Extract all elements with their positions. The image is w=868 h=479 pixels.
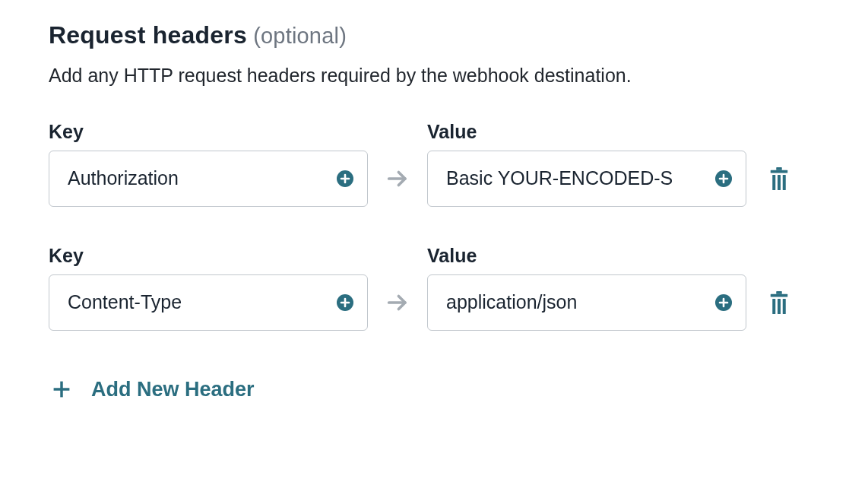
trash-icon	[768, 166, 790, 192]
section-title-text: Request headers	[49, 21, 247, 49]
svg-rect-22	[778, 299, 781, 314]
request-headers-section: Request headers (optional) Add any HTTP …	[0, 0, 868, 479]
value-input[interactable]	[445, 167, 703, 190]
key-field	[49, 274, 368, 331]
value-column: Value	[427, 245, 746, 331]
value-field	[427, 274, 746, 331]
svg-rect-8	[776, 167, 782, 170]
key-input[interactable]	[66, 290, 325, 314]
header-row: Key	[49, 121, 819, 207]
value-input[interactable]	[445, 290, 703, 314]
svg-rect-7	[771, 170, 788, 173]
key-column: Key	[49, 121, 368, 207]
svg-rect-9	[772, 175, 775, 190]
value-field	[427, 151, 746, 207]
circle-plus-icon	[714, 293, 733, 312]
section-description: Add any HTTP request headers required by…	[49, 63, 819, 89]
value-label: Value	[427, 245, 746, 267]
delete-header-button[interactable]	[768, 166, 790, 192]
delete-column	[763, 274, 795, 331]
svg-rect-23	[783, 299, 786, 314]
svg-rect-10	[778, 175, 781, 190]
add-new-header-label: Add New Header	[91, 378, 255, 401]
circle-plus-icon	[336, 293, 354, 312]
key-input[interactable]	[66, 167, 325, 190]
circle-plus-icon	[714, 170, 733, 188]
circle-plus-icon	[336, 170, 354, 188]
add-new-header-button[interactable]: Add New Header	[49, 378, 255, 401]
value-label: Value	[427, 121, 746, 143]
key-label: Key	[49, 121, 368, 143]
add-variable-button[interactable]	[335, 169, 355, 189]
arrow-right-icon	[385, 166, 410, 192]
svg-rect-20	[776, 291, 782, 294]
section-title: Request headers (optional)	[49, 21, 819, 49]
key-label: Key	[49, 245, 368, 267]
svg-rect-21	[772, 299, 775, 314]
add-variable-button[interactable]	[335, 293, 355, 312]
key-field	[49, 151, 368, 207]
headers-list: Key	[49, 121, 819, 331]
svg-rect-19	[771, 294, 788, 297]
add-variable-button[interactable]	[714, 293, 733, 312]
arrow-separator	[385, 274, 410, 331]
add-variable-button[interactable]	[714, 169, 733, 189]
section-title-optional: (optional)	[247, 24, 347, 48]
trash-icon	[768, 290, 790, 316]
arrow-right-icon	[385, 290, 410, 316]
delete-column	[763, 151, 795, 207]
svg-rect-11	[783, 175, 786, 190]
delete-header-button[interactable]	[768, 290, 790, 316]
plus-icon	[52, 379, 71, 399]
value-column: Value	[427, 121, 746, 207]
key-column: Key	[49, 245, 368, 331]
arrow-separator	[385, 151, 410, 207]
header-row: Key	[49, 245, 819, 331]
